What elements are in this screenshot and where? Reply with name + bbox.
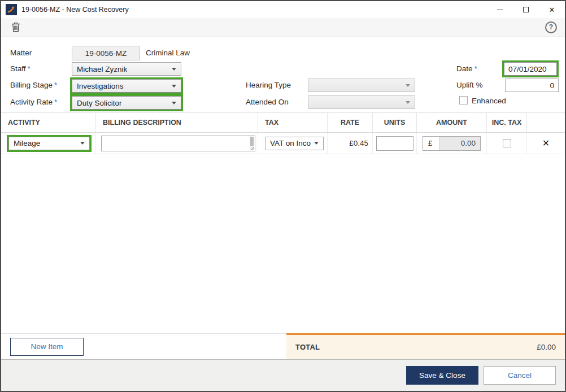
help-button[interactable]: ? (545, 21, 557, 33)
table-header: ACTIVITY BILLING DESCRIPTION TAX RATE UN… (1, 112, 565, 133)
column-header-inc-tax: INC. TAX (487, 113, 527, 132)
cell-units (373, 133, 417, 154)
cell-amount: £ 0.00 (417, 133, 487, 154)
matter-field: 19-0056-MZ (72, 46, 140, 60)
save-and-close-button[interactable]: Save & Close (406, 366, 478, 385)
required-asterisk: * (54, 98, 57, 106)
cell-rate: £0.45 (328, 133, 373, 154)
delete-row-icon[interactable]: ✕ (542, 139, 550, 148)
cell-tax: VAT on Income (258, 133, 328, 154)
attended-on-label: Attended On (246, 98, 289, 106)
required-asterisk: * (474, 64, 477, 73)
column-header-activity: ACTIVITY (1, 113, 96, 132)
activity-rate-highlight: Duty Solicitor (70, 94, 183, 111)
app-logo-icon (6, 4, 17, 15)
help-icon: ? (549, 23, 553, 31)
bottom-strip-left: New Item (1, 333, 286, 359)
dropdown-arrow-icon (314, 142, 319, 145)
window-controls: ✕ (487, 1, 565, 18)
dropdown-arrow-icon (172, 102, 176, 104)
matter-label: Matter (10, 49, 32, 57)
toolbar: ? (1, 18, 565, 37)
cell-activity: Mileage (1, 133, 96, 154)
column-header-billing-description: BILLING DESCRIPTION (96, 113, 258, 132)
new-cost-recovery-window: 19-0056-MZ - New Cost Recovery ✕ ? Matte… (0, 0, 566, 392)
billing-description-input[interactable] (101, 136, 255, 151)
inc-tax-checkbox[interactable] (503, 139, 511, 147)
title-bar: 19-0056-MZ - New Cost Recovery ✕ (1, 1, 565, 18)
maximize-button[interactable] (513, 1, 539, 18)
trash-icon (11, 22, 20, 32)
date-label: Date* (456, 64, 477, 73)
minimize-icon (497, 10, 503, 10)
matter-type-text: Criminal Law (146, 49, 190, 57)
table-row: Mileage VAT on Income £0.45 £ (1, 133, 565, 154)
hearing-type-label: Hearing Type (246, 81, 291, 89)
required-asterisk: * (54, 81, 57, 89)
resize-grip-icon[interactable] (250, 146, 254, 150)
activity-rate-dropdown[interactable]: Duty Solicitor (72, 96, 181, 110)
units-input[interactable] (376, 136, 413, 151)
attended-on-dropdown[interactable] (308, 95, 415, 109)
required-asterisk: * (28, 64, 31, 73)
window-title: 19-0056-MZ - New Cost Recovery (21, 6, 129, 14)
column-header-units: UNITS (373, 113, 417, 132)
amount-field: £ 0.00 (423, 136, 481, 151)
enhanced-checkbox[interactable] (459, 96, 468, 104)
billing-stage-dropdown[interactable]: Investigations (72, 79, 181, 93)
activity-dropdown[interactable]: Mileage (8, 137, 90, 150)
tax-dropdown[interactable]: VAT on Income (265, 137, 324, 150)
column-header-tax: TAX (258, 113, 328, 132)
table-body-empty (1, 154, 565, 333)
cell-billing-description (96, 133, 258, 154)
cell-delete: ✕ (527, 133, 565, 154)
cell-inc-tax (487, 133, 527, 154)
uplift-label: Uplift % (456, 81, 483, 89)
dropdown-arrow-icon (406, 84, 410, 87)
total-bar: TOTAL £0.00 (286, 333, 565, 359)
column-header-actions (527, 113, 565, 132)
cancel-button[interactable]: Cancel (484, 366, 556, 385)
staff-dropdown[interactable]: Michael Zyznik (72, 62, 181, 76)
dropdown-arrow-icon (172, 85, 176, 88)
dropdown-arrow-icon (172, 68, 176, 71)
currency-symbol: £ (423, 137, 439, 150)
activity-rate-label: Activity Rate* (10, 98, 57, 106)
hearing-type-dropdown[interactable] (308, 79, 415, 92)
date-input[interactable]: 07/01/2020 (504, 62, 557, 76)
form-area: Matter 19-0056-MZ Criminal Law Staff* Mi… (1, 37, 565, 112)
billing-stage-label: Billing Stage* (10, 81, 57, 89)
amount-value: 0.00 (439, 137, 480, 150)
delete-button[interactable] (9, 20, 23, 34)
column-header-rate: RATE (328, 113, 373, 132)
footer: Save & Close Cancel (1, 359, 565, 391)
activity-highlight: Mileage (7, 135, 92, 152)
scrollbar-thumb[interactable] (250, 137, 254, 146)
total-value: £0.00 (537, 343, 556, 351)
enhanced-label: Enhanced (472, 97, 506, 105)
billing-stage-highlight: Investigations (70, 77, 183, 94)
close-button[interactable]: ✕ (539, 1, 565, 18)
minimize-button[interactable] (487, 1, 513, 18)
total-label: TOTAL (295, 343, 320, 351)
staff-label: Staff* (10, 64, 31, 73)
dropdown-arrow-icon (80, 142, 85, 145)
close-icon: ✕ (549, 6, 555, 14)
column-header-amount: AMOUNT (417, 113, 487, 132)
uplift-input[interactable]: 0 (505, 79, 559, 92)
date-highlight: 07/01/2020 (502, 60, 559, 77)
bottom-strip: New Item TOTAL £0.00 (1, 333, 565, 359)
new-item-button[interactable]: New Item (10, 338, 84, 356)
maximize-icon (523, 7, 529, 12)
dropdown-arrow-icon (406, 101, 410, 104)
